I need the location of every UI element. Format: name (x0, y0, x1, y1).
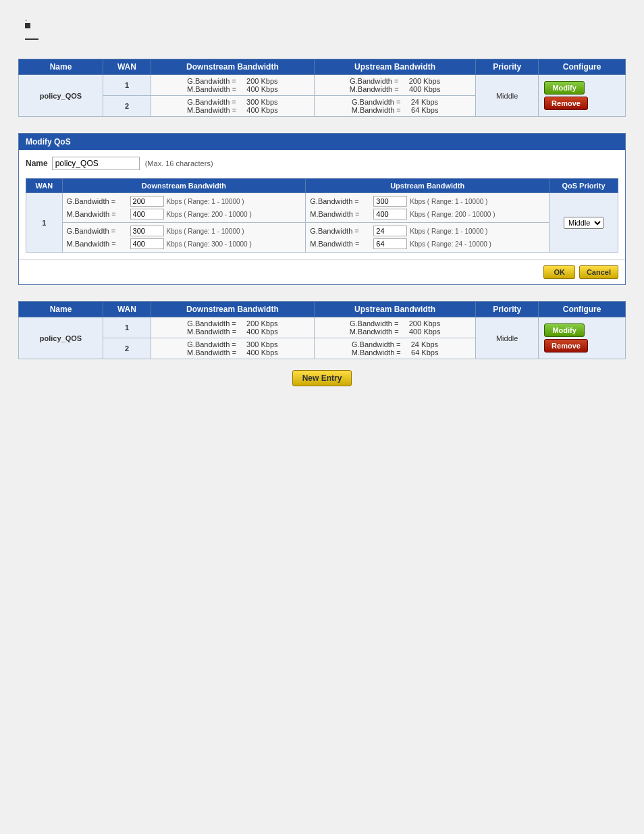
name-input[interactable] (52, 157, 140, 170)
section1-table-container: Name WAN Downstream Bandwidth Upstream B… (18, 59, 626, 117)
col-upstream: Upstream Bandwidth (314, 59, 475, 75)
mod-w2-us-m-input[interactable] (373, 238, 407, 249)
mod-wan2-row: G.Bandwidth = Kbps ( Range: 1 - 10000 ) … (26, 223, 618, 253)
mod-w1-us-g-label: G.Bandwidth = (310, 197, 371, 205)
wan2-ds-m-label: M.Bandwidth = (187, 106, 236, 114)
name-row: Name (Max. 16 characters) (26, 157, 618, 170)
col-configure: Configure (539, 59, 626, 75)
s2-w1-ds-m-value: 400 Kbps (246, 328, 277, 336)
table-row: policy_QOS 1 G.Bandwidth = 200 Kbps M.Ba… (19, 317, 626, 338)
mod-wan1-upstream: G.Bandwidth = Kbps ( Range: 1 - 10000 ) … (306, 193, 549, 223)
wan1-ds-m-value: 400 Kbps (246, 85, 277, 93)
mod-w2-ds-g-input[interactable] (130, 226, 164, 236)
mod-w1-ds-m-input[interactable] (130, 209, 164, 219)
wan1-ds-g-label: G.Bandwidth = (187, 77, 236, 85)
s2-w1-us-g-label: G.Bandwidth = (350, 319, 398, 328)
mod-w2-us-m-label: M.Bandwidth = (310, 240, 371, 248)
s2-wan1-upstream: G.Bandwidth = 200 Kbps M.Bandwidth = 400… (314, 317, 475, 338)
priority-cell: Middle (476, 75, 539, 117)
s2-wan2-downstream: G.Bandwidth = 300 Kbps M.Bandwidth = 400… (151, 338, 314, 359)
remove-button[interactable]: Remove (544, 97, 588, 110)
mod-w1-us-m-input[interactable] (373, 209, 407, 219)
mod-w2-ds-m-range: Kbps ( Range: 300 - 10000 ) (167, 240, 252, 248)
s2-w1-ds-m-label: M.Bandwidth = (187, 328, 236, 336)
mod-w2-us-g-label: G.Bandwidth = (310, 227, 371, 235)
mod-w2-ds-g-range: Kbps ( Range: 1 - 10000 ) (167, 228, 244, 235)
s2-policy-name: policy_QOS (19, 317, 103, 359)
s2-w2-ds-m-label: M.Bandwidth = (187, 348, 236, 357)
s2-modify-button[interactable]: Modify (544, 323, 585, 337)
s2-col-wan: WAN (103, 302, 151, 317)
wan2-upstream: G.Bandwidth = 24 Kbps M.Bandwidth = 64 K… (314, 96, 475, 117)
section2-table-container: Name WAN Downstream Bandwidth Upstream B… (18, 301, 626, 386)
s2-w1-us-m-label: M.Bandwidth = (350, 328, 399, 336)
modify-qos-body: Name (Max. 16 characters) WAN Downstream… (19, 150, 625, 259)
s2-w2-us-g-value: 24 Kbps (411, 340, 438, 348)
wan2-us-g-label: G.Bandwidth = (352, 98, 400, 106)
mod-col-priority: QoS Priority (549, 179, 618, 193)
col-name: Name (19, 59, 103, 75)
mod-col-wan: WAN (26, 179, 63, 193)
mod-w1-us-m-range: Kbps ( Range: 200 - 10000 ) (410, 211, 495, 218)
mod-w1-us-m-row: M.Bandwidth = Kbps ( Range: 200 - 10000 … (310, 209, 545, 219)
configure-cell: Modify Remove (539, 75, 626, 117)
modify-button[interactable]: Modify (544, 81, 585, 95)
wan2-ds-g-value: 300 Kbps (246, 98, 277, 106)
mod-w1-ds-g-input[interactable] (130, 196, 164, 207)
new-entry-row: New Entry (18, 370, 626, 386)
mod-w1-ds-g-label: G.Bandwidth = (67, 197, 128, 205)
s2-w1-us-g-value: 200 Kbps (409, 319, 440, 328)
ok-cancel-row: OK Cancel (19, 259, 625, 284)
wan2-us-m-value: 64 Kbps (411, 106, 438, 114)
mod-w1-ds-m-label: M.Bandwidth = (67, 210, 128, 218)
s2-wan1-num: 1 (103, 317, 151, 338)
mod-wan2-downstream: G.Bandwidth = Kbps ( Range: 1 - 10000 ) … (62, 223, 306, 253)
col-wan: WAN (103, 59, 151, 75)
mod-wan1-num: 1 (26, 193, 63, 253)
s2-w2-us-m-label: M.Bandwidth = (352, 348, 401, 357)
wan2-ds-m-value: 400 Kbps (246, 106, 277, 114)
mod-wan2-upstream: G.Bandwidth = Kbps ( Range: 1 - 10000 ) … (306, 223, 549, 253)
s2-wan2-num: 2 (103, 338, 151, 359)
name-label: Name (26, 159, 48, 168)
s2-remove-button[interactable]: Remove (544, 339, 588, 353)
mod-wan1-downstream: G.Bandwidth = Kbps ( Range: 1 - 10000 ) … (62, 193, 306, 223)
modify-qos-form: Modify QoS Name (Max. 16 characters) WAN… (18, 133, 626, 285)
col-priority: Priority (476, 59, 539, 75)
mod-w2-ds-m-label: M.Bandwidth = (67, 240, 128, 248)
ok-button[interactable]: OK (543, 265, 575, 279)
priority-select[interactable]: Low Middle High (564, 217, 603, 229)
s2-wan1-downstream: G.Bandwidth = 200 Kbps M.Bandwidth = 400… (151, 317, 314, 338)
mod-w1-us-g-range: Kbps ( Range: 1 - 10000 ) (410, 198, 487, 205)
mod-wan1-row: 1 G.Bandwidth = Kbps ( Range: 1 - 10000 … (26, 193, 618, 223)
mod-w2-ds-g-label: G.Bandwidth = (67, 227, 128, 235)
wan1-us-m-value: 400 Kbps (409, 85, 440, 93)
mod-w2-us-g-input[interactable] (373, 226, 407, 236)
wan2-us-g-value: 24 Kbps (411, 98, 438, 106)
s2-w2-ds-m-value: 400 Kbps (246, 348, 277, 357)
s2-w1-ds-g-label: G.Bandwidth = (187, 319, 236, 328)
bullet-section: . (18, 14, 626, 43)
mod-w2-us-g-range: Kbps ( Range: 1 - 10000 ) (410, 228, 487, 235)
new-entry-button[interactable]: New Entry (292, 370, 352, 386)
mod-w2-ds-m-input[interactable] (130, 238, 164, 249)
mod-w2-us-m-range: Kbps ( Range: 24 - 10000 ) (410, 240, 491, 248)
wan1-us-m-label: M.Bandwidth = (350, 85, 399, 93)
wan1-num: 1 (103, 75, 151, 96)
mod-w1-ds-m-row: M.Bandwidth = Kbps ( Range: 200 - 10000 … (67, 209, 302, 219)
modify-inner-table: WAN Downstream Bandwidth Upstream Bandwi… (26, 178, 618, 253)
col-downstream: Downstream Bandwidth (151, 59, 314, 75)
wan2-num: 2 (103, 96, 151, 117)
bullet-square (25, 23, 30, 28)
cancel-button[interactable]: Cancel (579, 265, 618, 279)
table-row: policy_QOS 1 G.Bandwidth = 200 Kbps M.Ba… (19, 75, 626, 96)
mod-w1-us-g-input[interactable] (373, 196, 407, 207)
mod-w2-us-g-row: G.Bandwidth = Kbps ( Range: 1 - 10000 ) (310, 226, 545, 236)
s2-wan2-upstream: G.Bandwidth = 24 Kbps M.Bandwidth = 64 K… (314, 338, 475, 359)
s2-priority-cell: Middle (476, 317, 539, 359)
s2-w1-ds-g-value: 200 Kbps (246, 319, 277, 328)
s2-col-configure: Configure (539, 302, 626, 317)
s2-w2-us-g-label: G.Bandwidth = (352, 340, 400, 348)
wan2-us-m-label: M.Bandwidth = (352, 106, 401, 114)
s2-col-upstream: Upstream Bandwidth (314, 302, 475, 317)
